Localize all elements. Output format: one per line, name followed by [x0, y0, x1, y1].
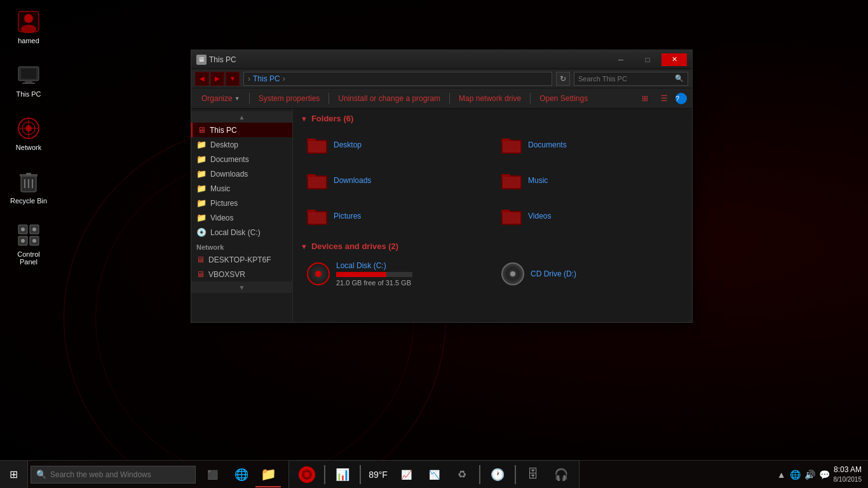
desktop-icon-hamed[interactable]: hamed	[6, 6, 51, 47]
view-options-button[interactable]: ⊞	[637, 92, 653, 105]
system-properties-button[interactable]: System properties	[254, 92, 325, 105]
forward-button[interactable]: ▶	[210, 72, 224, 86]
sidebar-item-vboxsvr[interactable]: 🖥 VBOXSVR	[191, 267, 292, 281]
tray-action-center[interactable]: 💬	[819, 470, 830, 480]
svg-point-22	[21, 227, 25, 231]
sys-props-label: System properties	[259, 94, 320, 103]
dock-weather[interactable]: 89°F	[365, 462, 391, 487]
uninstall-button[interactable]: Uninstall or change a program	[333, 92, 445, 105]
control-icon	[16, 222, 41, 248]
back-button[interactable]: ◀	[195, 72, 209, 86]
drive-cd[interactable]: CD Drive (D:)	[495, 257, 684, 290]
drive-local-disk[interactable]: Local Disk (C:) 21.0 GB free of 31.5 GB	[301, 257, 490, 290]
sidebar-item-pictures[interactable]: 📁 Pictures	[191, 196, 292, 210]
sidebar-item-desktop[interactable]: 📁 Desktop	[191, 137, 292, 152]
folder-documents[interactable]: Documents	[495, 130, 684, 160]
address-path[interactable]: › This PC ›	[243, 72, 552, 86]
tray-chevron[interactable]: ▲	[777, 470, 786, 480]
view-toggle-button[interactable]: ☰	[656, 92, 673, 105]
pinned-edge[interactable]: 🌐	[229, 462, 254, 487]
folder-pictures[interactable]: Pictures	[301, 201, 490, 231]
close-button[interactable]: ✕	[661, 53, 687, 66]
cd-drive-name: CD Drive (D:)	[531, 269, 576, 278]
folder-desktop[interactable]: Desktop	[301, 130, 490, 160]
window-controls: ─ □ ✕	[608, 53, 687, 66]
sidebar-item-thispc[interactable]: 🖥 This PC	[191, 123, 292, 137]
maximize-button[interactable]: □	[635, 53, 660, 66]
network-icon	[16, 116, 41, 141]
sidebar-scroll-up[interactable]: ▲	[191, 111, 292, 123]
organize-label: Organize	[201, 94, 233, 103]
map-drive-button[interactable]: Map network drive	[454, 92, 526, 105]
refresh-button[interactable]: ↻	[556, 72, 570, 86]
organize-button[interactable]: Organize ▼	[196, 92, 245, 105]
drives-section-label: Devices and drives (2)	[311, 241, 398, 251]
sidebar-thispc-label: This PC	[210, 126, 237, 135]
downloads-folder-label: Downloads	[334, 176, 371, 185]
music-folder-icon	[500, 169, 523, 192]
dock-headset[interactable]: 🎧	[548, 462, 574, 487]
taskbar-dock: 📊 89°F 📈 📉 ♻ 🕐 🗄 🎧	[288, 460, 580, 488]
desktop-folder-icon: 📁	[196, 140, 207, 149]
sidebar-item-documents[interactable]: 📁 Documents	[191, 152, 292, 166]
title-bar-left: 🖥 This PC	[196, 55, 236, 65]
videos-folder-label: Videos	[528, 212, 551, 220]
search-input[interactable]	[578, 75, 672, 83]
dock-temp: 89°F	[362, 470, 394, 480]
sidebar-scroll-down[interactable]: ▼	[191, 281, 292, 293]
dock-clock[interactable]: 🕐	[485, 462, 510, 487]
svg-rect-34	[308, 177, 326, 188]
tray-network-icon[interactable]: 🌐	[790, 470, 801, 480]
network-label: Network	[16, 144, 41, 151]
folder-downloads[interactable]: Downloads	[301, 165, 490, 196]
sidebar-item-downloads[interactable]: 📁 Downloads	[191, 166, 292, 181]
toolbar-sep1	[249, 93, 250, 104]
folders-toggle[interactable]: ▼	[301, 115, 308, 123]
main-area: ▲ 🖥 This PC 📁 Desktop 📁 Documents 📁 Down…	[191, 109, 692, 322]
sidebar-item-localdisk[interactable]: 💿 Local Disk (C:)	[191, 225, 292, 240]
dock-antivirus[interactable]	[294, 462, 320, 487]
folder-videos[interactable]: Videos	[495, 201, 684, 231]
sidebar-item-music[interactable]: 📁 Music	[191, 181, 292, 196]
sidebar-item-desktop-kpt6f[interactable]: 🖥 DESKTOP-KPT6F	[191, 252, 292, 267]
local-disk-icon	[306, 261, 331, 287]
toolbar-sep4	[530, 93, 531, 104]
open-settings-button[interactable]: Open Settings	[534, 92, 593, 105]
task-view-button[interactable]: ⬛	[201, 463, 224, 486]
sidebar-pictures-label: Pictures	[210, 199, 238, 208]
desktop-icon-control[interactable]: Control Panel	[6, 220, 51, 268]
tray-clock[interactable]: 8:03 AM 8/10/2015	[834, 464, 862, 484]
music-folder-label: Music	[528, 176, 548, 185]
dock-recycle2[interactable]: ♻	[449, 462, 475, 487]
drives-toggle[interactable]: ▼	[301, 243, 308, 250]
minimize-button[interactable]: ─	[608, 53, 634, 66]
taskbar-search-box[interactable]: 🔍	[31, 466, 196, 484]
path-arrow2: ›	[283, 74, 285, 83]
folder-music[interactable]: Music	[495, 165, 684, 196]
window-title: This PC	[209, 55, 236, 64]
dock-sep3	[479, 465, 480, 484]
desktop-icon-network[interactable]: Network	[6, 113, 51, 154]
tray-volume-icon[interactable]: 🔊	[804, 470, 815, 480]
pinned-explorer[interactable]: 📁	[255, 462, 281, 487]
system-tray: ▲ 🌐 🔊 💬 8:03 AM 8/10/2015	[771, 461, 868, 489]
toolbar: Organize ▼ System properties Uninstall o…	[191, 88, 692, 109]
path-thispc[interactable]: This PC	[253, 74, 280, 83]
sidebar-desktop-label: Desktop	[210, 140, 238, 149]
sidebar-item-videos[interactable]: 📁 Videos	[191, 210, 292, 225]
desktop-folder-label: Desktop	[334, 140, 362, 149]
search-box[interactable]: 🔍	[574, 72, 688, 86]
content-area: ▼ Folders (6) Desktop	[293, 109, 692, 322]
dropdown-button[interactable]: ▼	[226, 72, 240, 86]
svg-rect-40	[308, 212, 326, 224]
desktop-icon-recycle[interactable]: Recycle Bin	[6, 166, 51, 207]
help-button[interactable]: ?	[675, 93, 687, 104]
clock-time: 8:03 AM	[834, 464, 862, 475]
taskbar-search-input[interactable]	[50, 470, 190, 479]
dock-live1[interactable]: 📈	[393, 462, 419, 487]
dock-live2[interactable]: 📉	[421, 462, 447, 487]
start-button[interactable]: ⊞	[0, 461, 28, 489]
desktop-icon-thispc[interactable]: This PC	[6, 60, 51, 100]
dock-monitor[interactable]: 📊	[330, 462, 355, 487]
dock-storage[interactable]: 🗄	[520, 462, 546, 487]
